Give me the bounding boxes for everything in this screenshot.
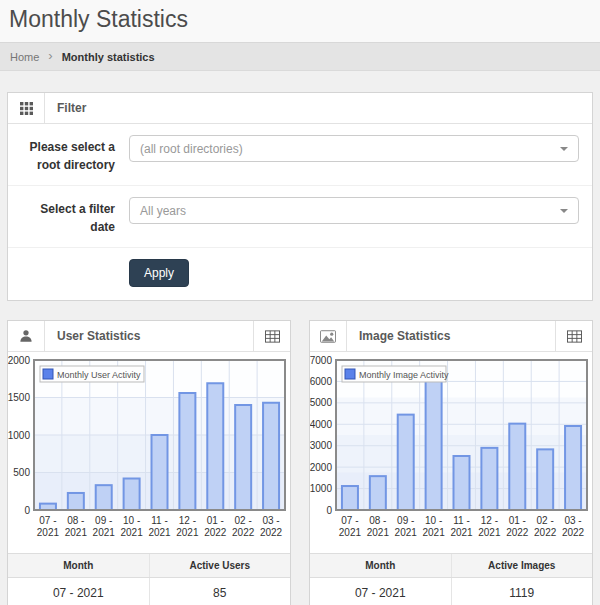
y-tick-label: 0 bbox=[24, 505, 30, 516]
user-statistics-title: User Statistics bbox=[45, 321, 253, 351]
bar bbox=[179, 393, 195, 510]
root-directory-label: Please select a root directory bbox=[16, 135, 115, 174]
breadcrumb-home-link[interactable]: Home bbox=[10, 51, 39, 63]
table-cell: 1119 bbox=[451, 578, 592, 605]
user-statistics-header: User Statistics bbox=[8, 321, 290, 352]
x-tick-label: 12 - bbox=[179, 515, 196, 526]
bar bbox=[124, 479, 140, 511]
x-tick-label: 2021 bbox=[93, 527, 116, 538]
apply-row: Apply bbox=[8, 248, 592, 300]
y-tick-label: 1000 bbox=[8, 430, 30, 441]
filter-date-select[interactable]: All years bbox=[129, 197, 579, 224]
y-tick-label: 2000 bbox=[8, 355, 30, 366]
x-tick-label: 2021 bbox=[450, 527, 473, 538]
bar bbox=[370, 476, 386, 510]
breadcrumb-current: Monthly statistics bbox=[62, 51, 155, 63]
user-statistics-panel: User Statistics 050010001500200007 -2021… bbox=[7, 320, 291, 605]
x-tick-label: 2022 bbox=[534, 527, 557, 538]
x-tick-label: 02 - bbox=[537, 515, 554, 526]
y-tick-label: 5000 bbox=[310, 397, 332, 408]
image-statistics-panel: Image Statistics 01000200030004000500060… bbox=[309, 320, 593, 605]
table-header-cell: Month bbox=[310, 554, 451, 578]
root-directory-select-value: (all root directories) bbox=[140, 142, 243, 156]
filter-panel-title: Filter bbox=[45, 93, 592, 123]
filter-panel-header: Filter bbox=[8, 93, 592, 124]
bar bbox=[398, 415, 414, 510]
x-tick-label: 08 - bbox=[67, 515, 84, 526]
bar bbox=[263, 403, 279, 510]
y-tick-label: 7000 bbox=[310, 355, 332, 366]
root-directory-select[interactable]: (all root directories) bbox=[129, 135, 579, 162]
bar bbox=[152, 435, 168, 510]
bar bbox=[96, 485, 112, 510]
image-statistics-title: Image Statistics bbox=[347, 321, 555, 351]
x-tick-label: 09 - bbox=[95, 515, 112, 526]
bar-chart-svg: 0100020003000400050006000700007 -202108 … bbox=[310, 355, 592, 547]
table-header-cell: Active Users bbox=[149, 554, 290, 578]
y-tick-label: 0 bbox=[326, 505, 332, 516]
table-row: 07 - 20211119 bbox=[310, 578, 592, 605]
x-tick-label: 2021 bbox=[120, 527, 143, 538]
bar bbox=[481, 448, 497, 510]
x-tick-label: 2021 bbox=[148, 527, 171, 538]
y-tick-label: 1500 bbox=[8, 392, 30, 403]
page-title: Monthly Statistics bbox=[9, 6, 590, 33]
x-tick-label: 08 - bbox=[369, 515, 386, 526]
image-icon bbox=[310, 321, 347, 351]
table-row: 07 - 202185 bbox=[8, 578, 290, 605]
filter-date-label: Select a filter date bbox=[16, 197, 115, 236]
x-tick-label: 10 - bbox=[425, 515, 442, 526]
y-tick-label: 6000 bbox=[310, 376, 332, 387]
apply-button[interactable]: Apply bbox=[129, 259, 189, 287]
bar bbox=[426, 377, 442, 510]
x-tick-label: 2022 bbox=[204, 527, 227, 538]
bar bbox=[454, 456, 470, 510]
legend-label: Monthly User Activity bbox=[57, 370, 141, 380]
x-tick-label: 2022 bbox=[260, 527, 283, 538]
table-header-cell: Month bbox=[8, 554, 149, 578]
x-tick-label: 03 - bbox=[262, 515, 279, 526]
x-tick-label: 10 - bbox=[123, 515, 140, 526]
table-cell: 07 - 2021 bbox=[8, 578, 149, 605]
image-activity-chart: 0100020003000400050006000700007 -202108 … bbox=[310, 352, 592, 547]
table-icon[interactable] bbox=[555, 321, 592, 351]
x-tick-label: 01 - bbox=[509, 515, 526, 526]
main-content: Filter Please select a root directory (a… bbox=[0, 92, 600, 605]
table-icon[interactable] bbox=[253, 321, 290, 351]
bar bbox=[68, 493, 84, 510]
table-cell: 85 bbox=[149, 578, 290, 605]
table-cell: 07 - 2021 bbox=[310, 578, 451, 605]
x-tick-label: 2021 bbox=[395, 527, 418, 538]
x-tick-label: 2021 bbox=[339, 527, 362, 538]
table-header-row: MonthActive Images bbox=[310, 554, 592, 578]
y-tick-label: 4000 bbox=[310, 419, 332, 430]
bar bbox=[565, 426, 581, 510]
chevron-down-icon bbox=[560, 209, 568, 213]
legend-label: Monthly Image Activity bbox=[359, 370, 449, 380]
table-header-row: MonthActive Users bbox=[8, 554, 290, 578]
x-tick-label: 07 - bbox=[39, 515, 56, 526]
x-tick-label: 2021 bbox=[65, 527, 88, 538]
y-tick-label: 2000 bbox=[310, 462, 332, 473]
filter-date-row: Select a filter date All years bbox=[8, 186, 592, 248]
bar-chart-svg: 050010001500200007 -202108 -202109 -2021… bbox=[8, 355, 290, 547]
x-tick-label: 2021 bbox=[367, 527, 390, 538]
x-tick-label: 2022 bbox=[232, 527, 255, 538]
root-directory-row: Please select a root directory (all root… bbox=[8, 124, 592, 186]
x-tick-label: 01 - bbox=[207, 515, 224, 526]
filter-date-select-value: All years bbox=[140, 204, 186, 218]
x-tick-label: 02 - bbox=[235, 515, 252, 526]
x-tick-label: 12 - bbox=[481, 515, 498, 526]
y-tick-label: 1000 bbox=[310, 483, 332, 494]
user-statistics-table: MonthActive Users07 - 20218508 - 2021227… bbox=[8, 553, 290, 605]
bar bbox=[342, 486, 358, 510]
image-statistics-table: MonthActive Images07 - 2021111908 - 2021… bbox=[310, 553, 592, 605]
x-tick-label: 2022 bbox=[506, 527, 529, 538]
bar bbox=[509, 424, 525, 510]
x-tick-label: 2021 bbox=[176, 527, 199, 538]
x-tick-label: 2022 bbox=[562, 527, 585, 538]
image-statistics-header: Image Statistics bbox=[310, 321, 592, 352]
x-tick-label: 2021 bbox=[478, 527, 501, 538]
user-activity-chart: 050010001500200007 -202108 -202109 -2021… bbox=[8, 352, 290, 547]
bar bbox=[207, 383, 223, 510]
